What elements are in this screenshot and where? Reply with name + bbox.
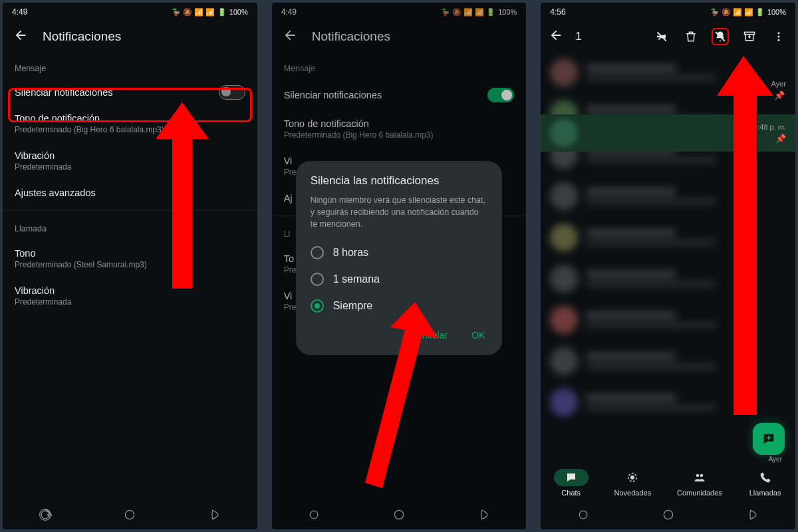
notification-tone-row[interactable]: Tono de notificación Predeterminado (Big…	[3, 105, 257, 142]
screenshot-2-mute-dialog: 4:49 🦆 🔕 📶 📶 🔋 100% Notificaciones Mensa…	[272, 3, 527, 529]
page-header: Notificaciones	[3, 21, 257, 55]
list-item[interactable]	[541, 258, 795, 299]
bottom-tab-bar: Chats Novedades Comunidades Llamadas	[541, 463, 795, 503]
nav-back-icon[interactable]	[746, 508, 759, 524]
radio-label: 1 semana	[333, 273, 380, 285]
selection-count: 1	[575, 30, 581, 43]
vib-sub: Predeterminada	[15, 162, 71, 172]
nav-recent-icon[interactable]	[307, 508, 321, 524]
radio-icon	[311, 273, 324, 286]
nav-home-icon[interactable]	[662, 508, 675, 524]
tab-calls[interactable]: Llamadas	[748, 469, 783, 497]
nav-recent-icon[interactable]	[577, 508, 590, 524]
list-item[interactable]	[541, 176, 795, 217]
battery-pct: 100%	[229, 8, 248, 16]
system-nav-bar	[541, 503, 795, 529]
tab-communities[interactable]: Comunidades	[677, 469, 722, 497]
list-item[interactable]	[541, 52, 795, 93]
cancel-button[interactable]: Cancelar	[408, 325, 450, 346]
list-item[interactable]	[541, 217, 795, 258]
pin-indicator-icon: 📌	[775, 134, 786, 144]
tab-chats[interactable]: Chats	[554, 469, 589, 497]
updates-icon	[615, 469, 650, 486]
status-bar: 4:56 🦆 🔕 📶 📶 🔋 100%	[541, 3, 795, 21]
status-icons: 🦆 🔕 📶 📶 🔋 100%	[172, 8, 247, 17]
screenshot-3-chat-list: 4:56 🦆 🔕 📶 📶 🔋 100% 1	[541, 3, 795, 529]
nav-home-icon[interactable]	[123, 508, 136, 524]
svg-point-16	[696, 474, 700, 477]
svg-point-17	[700, 474, 704, 477]
svg-point-19	[664, 510, 672, 519]
calltone-sub: Predeterminado (Steel Samurai.mp3)	[15, 260, 147, 269]
chat-time-label: Ayer	[771, 80, 786, 88]
svg-point-11	[778, 36, 780, 38]
call-tone-row[interactable]: Tono Predeterminado (Steel Samurai.mp3)	[3, 240, 257, 277]
archive-icon[interactable]	[741, 28, 758, 45]
more-icon[interactable]	[770, 28, 787, 45]
divider	[3, 210, 257, 211]
radio-label: Siempre	[333, 300, 373, 312]
status-time: 4:49	[12, 7, 27, 17]
svg-point-3	[126, 510, 134, 519]
dialog-description: Ningún miembro verá que silenciaste este…	[311, 194, 488, 230]
tab-label: Llamadas	[749, 489, 781, 497]
adv-title: Ajustes avanzados	[15, 188, 96, 198]
list-item[interactable]	[541, 299, 795, 340]
nav-home-icon[interactable]	[392, 508, 406, 524]
svg-point-10	[778, 32, 780, 34]
status-time: 4:56	[550, 7, 565, 17]
list-item[interactable]	[541, 340, 795, 382]
ok-button[interactable]: OK	[469, 325, 487, 346]
svg-point-18	[579, 511, 587, 519]
tone-title: Tono de notificación	[15, 113, 100, 124]
mute-duration-dialog: Silencia las notificaciones Ningún miemb…	[296, 161, 503, 355]
callvib-sub: Predeterminada	[15, 297, 71, 307]
radio-option-always[interactable]: Siempre	[311, 293, 488, 319]
chats-icon	[554, 469, 589, 486]
delete-icon[interactable]	[682, 28, 700, 45]
mute-bell-icon[interactable]	[712, 28, 729, 45]
tab-updates[interactable]: Novedades	[614, 469, 652, 497]
radio-option-8hours[interactable]: 8 horas	[311, 239, 488, 266]
vibration-row[interactable]: Vibración Predeterminada	[3, 142, 257, 180]
back-arrow-icon[interactable]	[549, 28, 563, 45]
mute-notifications-row[interactable]: Silenciar notificaciones	[3, 80, 257, 105]
system-nav-bar	[272, 503, 527, 529]
nav-back-icon[interactable]	[477, 508, 491, 524]
pin-icon[interactable]	[653, 28, 670, 45]
tab-label: Chats	[561, 489, 581, 497]
pin-indicator-icon: 📌	[774, 90, 785, 100]
tab-label: Novedades	[614, 489, 652, 497]
svg-point-15	[631, 476, 634, 479]
selected-chat-row[interactable]: 4:48 p. m. 📌	[541, 114, 795, 152]
list-item[interactable]	[541, 382, 795, 423]
svg-rect-9	[745, 32, 755, 34]
calls-icon	[748, 469, 783, 486]
dialog-buttons: Cancelar OK	[311, 325, 488, 346]
call-vib-row[interactable]: Vibración Predeterminada	[3, 277, 257, 315]
vib-title: Vibración	[15, 150, 55, 161]
status-bar: 4:49 🦆 🔕 📶 📶 🔋 100%	[3, 3, 257, 21]
battery-pct: 100%	[767, 8, 786, 16]
callvib-title: Vibración	[15, 285, 55, 296]
mute-toggle-off[interactable]	[219, 85, 245, 100]
system-nav-bar	[3, 503, 257, 529]
nav-recent-icon[interactable]	[39, 508, 52, 524]
chat-list-blurred	[541, 52, 795, 438]
radio-option-1week[interactable]: 1 semana	[311, 266, 488, 293]
section-label-message: Mensaje	[3, 55, 257, 80]
selection-toolbar: 1	[541, 21, 795, 52]
communities-icon	[682, 469, 717, 486]
mute-label: Silenciar notificaciones	[15, 87, 113, 98]
radio-icon-selected	[311, 299, 324, 313]
back-arrow-icon[interactable]	[13, 28, 28, 45]
svg-point-12	[778, 39, 780, 41]
status-icons: 🦆 🔕 📶 📶 🔋 100%	[710, 8, 786, 17]
dialog-title: Silencia las notificaciones	[311, 174, 488, 188]
screenshot-1-notifications: 4:49 🦆 🔕 📶 📶 🔋 100% Notificaciones Mensa…	[3, 3, 257, 529]
nav-back-icon[interactable]	[208, 508, 221, 524]
advanced-row[interactable]: Ajustes avanzados	[3, 180, 257, 206]
radio-label: 8 horas	[333, 247, 368, 259]
radio-icon	[311, 246, 324, 259]
new-chat-fab[interactable]	[753, 423, 785, 455]
